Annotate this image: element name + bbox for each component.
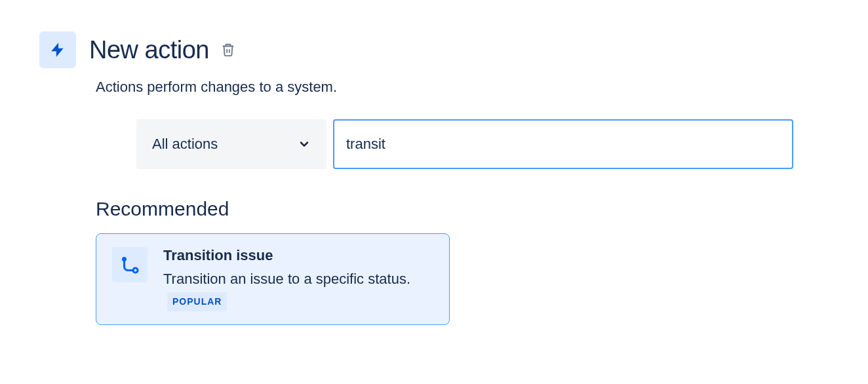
subtitle: Actions perform changes to a system.	[96, 79, 829, 96]
trash-icon	[221, 43, 235, 57]
page-title: New action	[89, 36, 209, 64]
lightning-icon	[39, 31, 76, 68]
category-dropdown[interactable]: All actions	[136, 119, 326, 169]
delete-button[interactable]	[218, 40, 238, 60]
chevron-down-icon	[298, 138, 311, 151]
action-card-transition-issue[interactable]: Transition issue Transition an issue to …	[96, 233, 450, 325]
dropdown-label: All actions	[152, 136, 218, 153]
card-description: Transition an issue to a specific status…	[163, 268, 433, 311]
popular-badge: POPULAR	[167, 292, 227, 311]
transition-icon	[112, 247, 148, 282]
search-input[interactable]	[333, 119, 793, 169]
section-heading: Recommended	[96, 198, 829, 220]
card-title: Transition issue	[163, 247, 433, 264]
